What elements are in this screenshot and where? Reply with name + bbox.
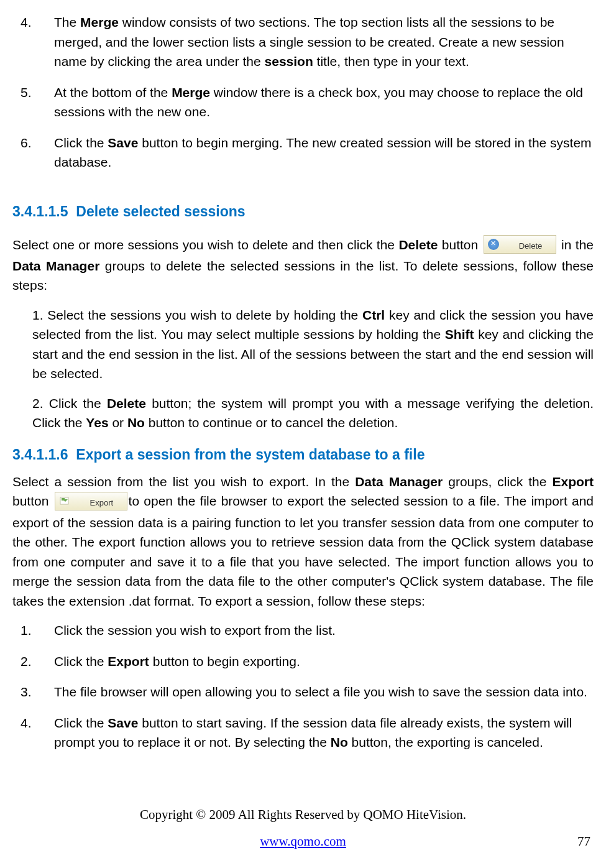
item-text: Click the session you wish to export fro… bbox=[54, 621, 594, 640]
section2-intro: Select a session from the list you wish … bbox=[12, 472, 594, 611]
item-number: 5. bbox=[12, 83, 54, 122]
page-number: 77 bbox=[577, 834, 590, 849]
item-number: 4. bbox=[12, 713, 54, 752]
export-button-label: Export bbox=[90, 497, 114, 509]
delete-button-image: ✕Delete bbox=[484, 235, 556, 254]
section1-intro: Select one or more sessions you wish to … bbox=[12, 235, 594, 295]
item-number: 4. bbox=[12, 12, 54, 72]
item-text: At the bottom of the Merge window there … bbox=[54, 83, 594, 122]
item-number: 3. bbox=[12, 682, 54, 702]
item-number: 6. bbox=[12, 133, 54, 172]
item-text: Click the Save button to begin merging. … bbox=[54, 133, 594, 172]
item-number: 2. bbox=[12, 652, 54, 672]
page-footer: Copyright © 2009 All Rights Reserved by … bbox=[0, 807, 606, 849]
list-item: 3. The file browser will open allowing y… bbox=[12, 682, 594, 702]
item-text: Click the Save button to start saving. I… bbox=[54, 713, 594, 752]
section-heading-delete: 3.4.1.1.5 Delete selected sessions bbox=[12, 203, 594, 220]
list-item: 4. The Merge window consists of two sect… bbox=[12, 12, 594, 72]
section1-step1: 1. Select the sessions you wish to delet… bbox=[12, 305, 594, 384]
page-content: 4. The Merge window consists of two sect… bbox=[0, 0, 606, 868]
section1-step2: 2. Click the Delete button; the system w… bbox=[12, 394, 594, 433]
section-heading-export: 3.4.1.1.6 Export a session from the syst… bbox=[12, 446, 594, 463]
list-item: 2. Click the Export button to begin expo… bbox=[12, 652, 594, 672]
delete-button-label: Delete bbox=[519, 240, 543, 252]
list-item: 5. At the bottom of the Merge window the… bbox=[12, 83, 594, 122]
list-item: 4. Click the Save button to start saving… bbox=[12, 713, 594, 752]
item-text: Click the Export button to begin exporti… bbox=[54, 652, 594, 672]
delete-icon: ✕ bbox=[488, 239, 499, 250]
export-icon bbox=[59, 496, 70, 507]
item-number: 1. bbox=[12, 621, 54, 640]
item-text: The Merge window consists of two section… bbox=[54, 12, 594, 72]
item-text: The file browser will open allowing you … bbox=[54, 682, 594, 702]
copyright-text: Copyright © 2009 All Rights Reserved by … bbox=[0, 807, 606, 823]
list-item: 1. Click the session you wish to export … bbox=[12, 621, 594, 640]
footer-url[interactable]: www.qomo.com bbox=[260, 834, 346, 849]
list-item: 6. Click the Save button to begin mergin… bbox=[12, 133, 594, 172]
export-button-image: Export bbox=[55, 492, 127, 510]
